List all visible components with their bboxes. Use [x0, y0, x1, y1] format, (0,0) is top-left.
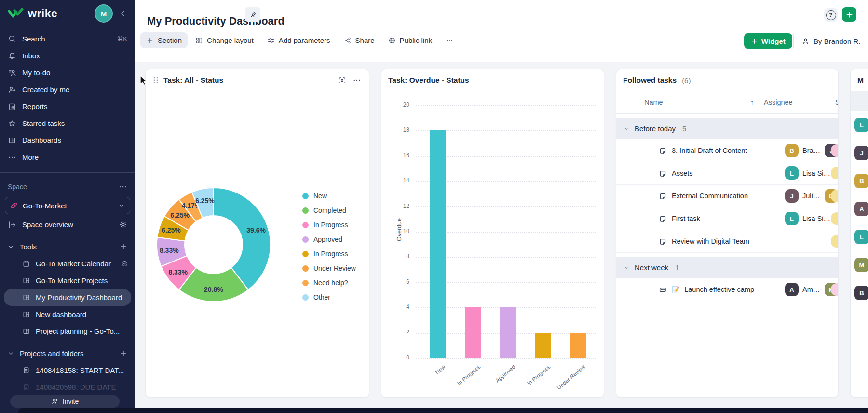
global-add-button[interactable]	[842, 7, 856, 22]
task-icon	[659, 147, 667, 155]
sidebar-item-created-by-me[interactable]: Created by me	[0, 81, 135, 98]
projects-group-header[interactable]: Projects and folders	[0, 344, 135, 362]
milestone-icon	[659, 286, 667, 294]
sort-ascending-icon[interactable]: ↑	[750, 98, 764, 106]
group-header-before-today[interactable]: Before today 5	[616, 118, 838, 139]
sidebar-item-inbox[interactable]: Inbox	[0, 47, 135, 64]
sidebar-project-1[interactable]: 1408420598: DUE DATE	[0, 379, 135, 396]
legend-item-6[interactable]: Need help?	[302, 275, 356, 290]
column-status-truncated[interactable]: S	[835, 98, 838, 106]
sidebar-item-starred-tasks[interactable]: Starred tasks	[0, 115, 135, 132]
help-button[interactable]: ?	[824, 8, 838, 22]
bar-plot-area	[416, 105, 596, 358]
sidebar-project-0[interactable]: 1408418158: START DAT...	[0, 362, 135, 379]
assignee-avatar: L	[854, 118, 868, 132]
toolbar-more-button[interactable]	[440, 32, 459, 48]
sidebar-item-my-to-do[interactable]: My to-do	[0, 64, 135, 81]
assignee-avatar: J	[854, 146, 868, 160]
assignee-avatar: B	[785, 144, 799, 157]
sidebar-item-reports[interactable]: Reports	[0, 98, 135, 115]
pie-chart-area[interactable]: 39.6%20.8%8.33%8.33%6.25%6.25%4.17%6.25%…	[146, 91, 369, 398]
widget-menu-icon[interactable]	[352, 75, 362, 85]
tools-group-header[interactable]: Tools	[0, 238, 135, 255]
pin-icon[interactable]	[245, 7, 260, 22]
byline[interactable]: By Brandon R.	[801, 33, 861, 49]
peek-task-row[interactable]: B	[851, 279, 868, 307]
peek-task-row[interactable]: B	[851, 167, 868, 195]
sidebar-tool-4[interactable]: Project planning - Go-To...	[0, 323, 135, 340]
invite-button[interactable]: Invite	[10, 395, 120, 408]
space-selector[interactable]: Go-To-Market	[5, 197, 130, 214]
toolbar-public-link-button[interactable]: Public link	[382, 32, 438, 48]
peek-task-row[interactable]: M	[851, 251, 868, 279]
toolbar-section-button[interactable]: Section	[140, 32, 188, 48]
tools-list: Go-To Market Calendar Go-To Market Proje…	[0, 255, 135, 340]
x-tick-label: Approved	[494, 364, 516, 384]
assignee-avatar: A	[785, 283, 799, 296]
page-title: My Productivity Dashboard	[147, 15, 285, 28]
sidebar-tool-0[interactable]: Go-To Market Calendar	[0, 255, 135, 272]
legend-item-7[interactable]: Other	[302, 290, 356, 304]
task-row[interactable]: 3. Initial Draft of Content BBran...J	[616, 139, 838, 162]
sidebar-header: wrike M	[0, 0, 135, 27]
task-emoji: 📝	[672, 286, 679, 293]
peek-task-row[interactable]: L	[851, 111, 868, 139]
bar-chart-area[interactable]: Overdue 02468101214161820NewIn ProgressA…	[381, 91, 604, 398]
x-tick-label: New	[434, 364, 446, 375]
task-row[interactable]: Review with Digital Team	[616, 230, 838, 253]
drag-handle-icon[interactable]	[152, 76, 159, 84]
add-widget-button[interactable]: Widget	[744, 33, 792, 49]
widget-followed-tasks: Followed tasks (6) Name ↑ Assignee S Bef…	[616, 69, 839, 398]
check-circle-icon	[121, 260, 128, 267]
space-more-icon[interactable]	[119, 182, 127, 191]
collapse-sidebar-icon[interactable]	[117, 7, 129, 20]
legend-item-5[interactable]: Under Review	[302, 261, 356, 275]
bar-1[interactable]	[465, 307, 481, 358]
sidebar-tool-2[interactable]: My Productivity Dashboard	[4, 289, 131, 306]
assignee-avatar: A	[854, 202, 868, 216]
chevron-down-icon	[8, 350, 14, 357]
peek-task-row[interactable]: J	[851, 139, 868, 167]
gear-icon[interactable]	[119, 220, 127, 229]
task-row[interactable]: External Communication JJulia ...B	[616, 185, 838, 207]
bar-4[interactable]	[570, 333, 586, 358]
sidebar-tool-1[interactable]: Go-To Market Projects	[0, 272, 135, 289]
add-tool-icon[interactable]	[120, 243, 127, 250]
sidebar-item-more[interactable]: More	[0, 149, 135, 165]
dashboard-icon	[22, 276, 30, 285]
y-tick-label: 10	[384, 228, 409, 234]
grid-line	[416, 358, 596, 359]
column-assignee[interactable]: Assignee	[764, 98, 835, 106]
peek-table-header	[851, 91, 868, 111]
bar-2[interactable]	[500, 307, 516, 358]
sidebar-tool-3[interactable]: New dashboard	[0, 306, 135, 323]
group-header-next-week[interactable]: Next week 1	[616, 257, 838, 278]
task-row[interactable]: 📝 Launch effective camp AAmy ...M	[616, 278, 838, 301]
sidebar-search[interactable]: Search ⌘K	[0, 30, 135, 47]
task-icon	[659, 237, 667, 246]
y-tick-label: 20	[384, 101, 409, 108]
toolbar-change-layout-button[interactable]: Change layout	[190, 32, 259, 48]
peek-task-row[interactable]: L	[851, 223, 868, 251]
chevron-down-icon	[624, 126, 630, 132]
toolbar-add-parameters-button[interactable]: Add parameters	[261, 32, 336, 48]
sidebar-divider	[0, 172, 135, 173]
task-row[interactable]: Assets LLisa Simp...	[616, 162, 838, 185]
toolbar-share-button[interactable]: Share	[338, 32, 380, 48]
focus-icon[interactable]	[337, 75, 347, 85]
pie-slice-label: 39.6%	[246, 226, 266, 234]
sidebar-item-dashboards[interactable]: Dashboards	[0, 132, 135, 149]
sidebar-item-space-overview[interactable]: Space overview	[0, 216, 135, 233]
column-name[interactable]: Name	[616, 98, 750, 106]
legend-item-4[interactable]: In Progress	[302, 247, 356, 261]
bar-3[interactable]	[535, 333, 551, 358]
add-project-icon[interactable]	[120, 349, 127, 357]
task-row[interactable]: First task LLisa Simp...	[616, 207, 838, 230]
user-avatar[interactable]: M	[95, 4, 113, 23]
legend-item-2[interactable]: In Progress	[302, 218, 356, 232]
peek-task-row[interactable]: A	[851, 195, 868, 223]
legend-item-0[interactable]: New	[302, 189, 356, 203]
legend-item-3[interactable]: Approved	[302, 232, 356, 247]
bar-0[interactable]	[430, 130, 446, 358]
legend-item-1[interactable]: Completed	[302, 203, 356, 218]
